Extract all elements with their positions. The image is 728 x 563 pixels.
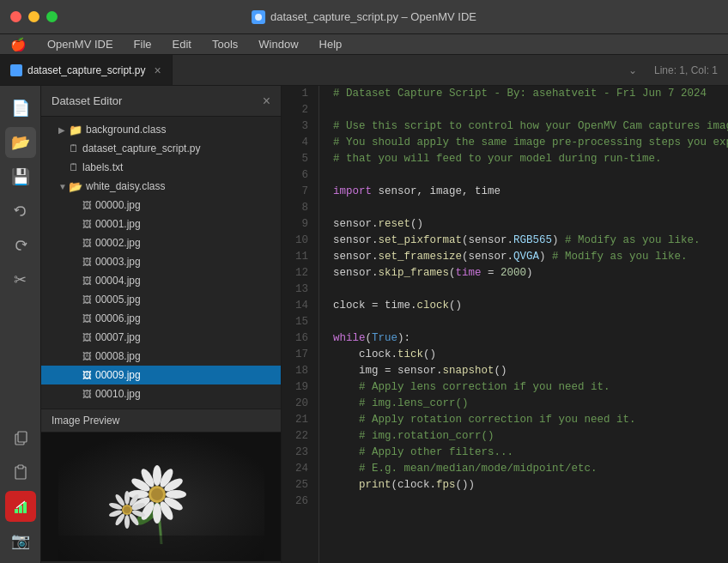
file-icon: 🖼 bbox=[82, 238, 92, 248]
tree-item-label: 00010.jpg bbox=[95, 388, 141, 400]
svg-point-30 bbox=[124, 515, 130, 529]
tree-item-labels-txt[interactable]: 🗒 labels.txt bbox=[41, 158, 281, 177]
tree-item-00001[interactable]: 🖼 00001.jpg bbox=[41, 215, 281, 233]
maximize-button[interactable] bbox=[46, 11, 58, 22]
tree-item-00010[interactable]: 🖼 00010.jpg bbox=[41, 384, 281, 403]
paste-button[interactable] bbox=[5, 457, 36, 487]
main-area: 📄 📂 💾 ✂ 📷 Dataset Editor bbox=[0, 86, 728, 563]
file-panel-close-button[interactable]: × bbox=[263, 94, 270, 109]
tree-item-00005[interactable]: 🖼 00005.jpg bbox=[41, 290, 281, 309]
code-editor[interactable]: 1 2 3 4 5 6 7 8 9 10 11 12 13 14 15 16 1… bbox=[282, 86, 728, 563]
tree-item-00009[interactable]: 🖼 00009.jpg bbox=[41, 366, 281, 384]
svg-point-17 bbox=[153, 503, 161, 524]
open-folder-button[interactable]: 📂 bbox=[5, 127, 36, 158]
tree-item-label: 00003.jpg bbox=[95, 256, 141, 268]
menu-help[interactable]: Help bbox=[316, 38, 346, 51]
camera-button[interactable]: 📷 bbox=[5, 525, 36, 556]
image-preview-label: Image Preview bbox=[41, 409, 281, 433]
code-line: sensor.set_pixformat(sensor.RGB565) # Mo… bbox=[333, 233, 728, 249]
code-line bbox=[333, 493, 728, 510]
new-file-button[interactable]: 📄 bbox=[5, 93, 36, 124]
tree-item-00002[interactable]: 🖼 00002.jpg bbox=[41, 233, 281, 252]
tree-item-00008[interactable]: 🖼 00008.jpg bbox=[41, 347, 281, 366]
tree-item-00000[interactable]: 🖼 00000.jpg bbox=[41, 196, 281, 215]
tree-item-00003[interactable]: 🖼 00003.jpg bbox=[41, 252, 281, 271]
undo-button[interactable] bbox=[5, 196, 36, 227]
image-preview-content bbox=[41, 433, 281, 561]
code-line: # img.rotation_corr() bbox=[333, 428, 728, 445]
svg-rect-6 bbox=[19, 505, 22, 513]
file-icon: 🖼 bbox=[82, 351, 92, 361]
menu-edit[interactable]: Edit bbox=[169, 38, 195, 51]
tree-item-label: 00002.jpg bbox=[95, 237, 141, 249]
menu-file[interactable]: File bbox=[130, 38, 155, 51]
tree-item-label: 00005.jpg bbox=[95, 294, 141, 306]
code-content[interactable]: 1 2 3 4 5 6 7 8 9 10 11 12 13 14 15 16 1… bbox=[282, 86, 728, 563]
file-icon: 🖼 bbox=[82, 257, 92, 267]
file-icon: 🖼 bbox=[82, 370, 92, 380]
close-button[interactable] bbox=[10, 11, 21, 22]
code-line: sensor.set_framesize(sensor.QVGA) # Modi… bbox=[333, 249, 728, 265]
tabbar: dataset_capture_script.py × ⌄ Line: 1, C… bbox=[0, 55, 728, 86]
menu-tools[interactable]: Tools bbox=[209, 38, 241, 51]
code-line: while(True): bbox=[333, 330, 728, 347]
file-panel-title: Dataset Editor bbox=[52, 94, 122, 107]
code-line: # Dataset Capture Script - By: asehatvei… bbox=[333, 86, 728, 102]
dataset-button[interactable] bbox=[5, 491, 36, 522]
svg-rect-2 bbox=[18, 432, 27, 442]
code-line: # that you will feed to your model durin… bbox=[333, 151, 728, 167]
code-line: # You should apply the same image pre-pr… bbox=[333, 135, 728, 151]
tree-item-label: 00000.jpg bbox=[95, 199, 141, 211]
menu-window[interactable]: Window bbox=[255, 38, 301, 51]
tab-arrow[interactable]: ⌄ bbox=[622, 64, 644, 76]
folder-icon: 📁 bbox=[69, 124, 82, 136]
minimize-button[interactable] bbox=[28, 11, 39, 22]
svg-rect-4 bbox=[18, 465, 23, 469]
menu-openmv[interactable]: OpenMV IDE bbox=[44, 38, 117, 51]
file-icon: 🗒 bbox=[69, 161, 79, 173]
active-tab[interactable]: dataset_capture_script.py × bbox=[0, 55, 173, 85]
code-line bbox=[333, 200, 728, 216]
svg-point-11 bbox=[153, 465, 161, 486]
code-line: img = sensor.snapshot() bbox=[333, 363, 728, 379]
file-icon: 🗒 bbox=[69, 142, 79, 154]
code-lines[interactable]: # Dataset Capture Script - By: asehatvei… bbox=[319, 86, 728, 563]
tree-item-00004[interactable]: 🖼 00004.jpg bbox=[41, 271, 281, 290]
svg-point-36 bbox=[124, 506, 130, 513]
svg-point-24 bbox=[151, 488, 163, 500]
file-icon: 🖼 bbox=[82, 313, 92, 324]
traffic-lights bbox=[10, 11, 58, 22]
tree-item-label: 00007.jpg bbox=[95, 331, 141, 343]
code-line bbox=[333, 167, 728, 184]
tab-close-button[interactable]: × bbox=[154, 64, 161, 77]
code-line bbox=[333, 314, 728, 330]
tree-item-00007[interactable]: 🖼 00007.jpg bbox=[41, 328, 281, 347]
tree-item-label: 00008.jpg bbox=[95, 350, 141, 362]
tree-item-00006[interactable]: 🖼 00006.jpg bbox=[41, 309, 281, 328]
code-line: print(clock.fps()) bbox=[333, 477, 728, 493]
copy-button[interactable] bbox=[5, 422, 36, 453]
tree-item-white-daisy-class[interactable]: ▼ 📂 white_daisy.class bbox=[41, 177, 281, 196]
tab-label: dataset_capture_script.py bbox=[27, 64, 145, 76]
redo-button[interactable] bbox=[5, 230, 36, 261]
file-tree: ▶ 📁 background.class 🗒 dataset_capture_s… bbox=[41, 117, 281, 409]
tree-item-label: 00006.jpg bbox=[95, 312, 141, 324]
code-line bbox=[333, 102, 728, 118]
svg-rect-7 bbox=[23, 502, 27, 513]
tree-item-label: 00001.jpg bbox=[95, 218, 141, 230]
code-line: sensor.reset() bbox=[333, 216, 728, 233]
app-icon bbox=[252, 10, 265, 24]
tree-item-dataset-capture-script[interactable]: 🗒 dataset_capture_script.py bbox=[41, 139, 281, 158]
svg-point-25 bbox=[124, 491, 130, 505]
tree-item-label: labels.txt bbox=[82, 161, 123, 173]
code-line: # E.g. mean/median/mode/midpoint/etc. bbox=[333, 461, 728, 477]
tree-item-background-class[interactable]: ▶ 📁 background.class bbox=[41, 120, 281, 139]
svg-point-14 bbox=[166, 490, 186, 499]
apple-menu[interactable]: 🍎 bbox=[7, 37, 30, 52]
daisy-preview-svg bbox=[58, 433, 264, 561]
tree-item-label: 00004.jpg bbox=[95, 275, 141, 287]
save-button[interactable]: 💾 bbox=[5, 161, 36, 192]
window-title: dataset_capture_script.py – OpenMV IDE bbox=[252, 10, 476, 24]
cut-button[interactable]: ✂ bbox=[5, 264, 36, 295]
file-icon: 🖼 bbox=[82, 200, 92, 210]
